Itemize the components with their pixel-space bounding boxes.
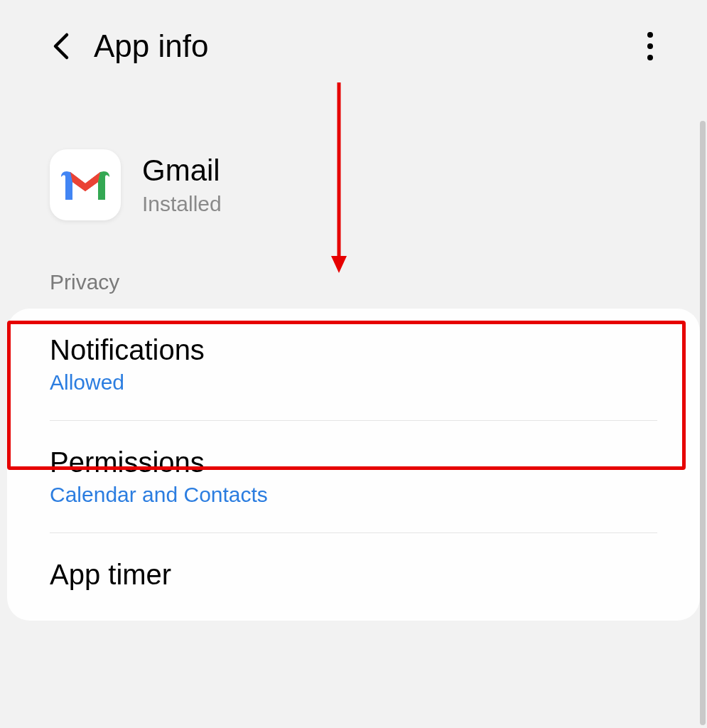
- app-status: Installed: [142, 192, 222, 216]
- app-info: Gmail Installed: [142, 154, 222, 216]
- row-subtitle: Allowed: [50, 370, 657, 395]
- row-title: Notifications: [50, 334, 657, 366]
- app-header: Gmail Installed: [0, 85, 707, 249]
- header-bar: App info: [0, 0, 707, 85]
- app-icon[interactable]: [50, 149, 121, 220]
- scrollbar[interactable]: [700, 121, 706, 725]
- header-left: App info: [50, 28, 208, 64]
- back-button[interactable]: [50, 35, 72, 58]
- gmail-icon: [61, 167, 109, 203]
- permissions-row[interactable]: Permissions Calendar and Contacts: [7, 421, 700, 532]
- row-title: App timer: [50, 559, 657, 591]
- more-options-button[interactable]: [636, 32, 664, 60]
- page-title: App info: [94, 28, 208, 64]
- row-title: Permissions: [50, 446, 657, 478]
- section-header-privacy: Privacy: [0, 249, 707, 309]
- privacy-card: Notifications Allowed Permissions Calend…: [7, 309, 700, 621]
- notifications-row[interactable]: Notifications Allowed: [7, 309, 700, 420]
- row-subtitle: Calendar and Contacts: [50, 483, 657, 507]
- app-timer-row[interactable]: App timer: [7, 533, 700, 621]
- back-icon: [51, 32, 71, 60]
- more-vertical-icon: [647, 32, 653, 38]
- app-name: Gmail: [142, 154, 222, 188]
